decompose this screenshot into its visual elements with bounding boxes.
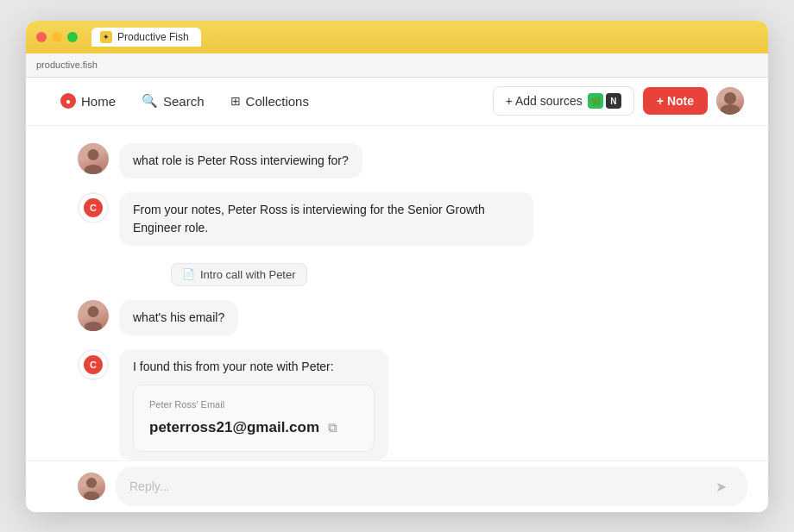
reply-bar: ➤ [26,460,768,512]
close-button[interactable] [36,32,47,42]
user-avatar-msg-1 [78,143,109,174]
assistant-message-2: I found this from your note with Peter: … [119,349,388,460]
window-tab-label: Productive Fish [117,31,189,43]
email-card: Peter Ross' Email peterross21@gmail.com … [133,385,375,452]
add-sources-label: + Add sources [506,94,583,108]
message-row-2: C From your notes, Peter Ross is intervi… [78,192,716,246]
user-avatar[interactable] [716,87,744,115]
note-button[interactable]: + Note [643,87,708,115]
source-icons: 🌿 N [588,93,621,109]
notion-icon: N [606,93,621,109]
minimize-button[interactable] [52,32,62,42]
assistant-avatar-2: C [78,349,109,380]
document-icon: 📄 [182,268,195,280]
search-icon: 🔍 [142,93,158,109]
home-icon: ● [60,93,76,109]
avatar-face [716,87,744,115]
assistant-avatar-1: C [78,192,109,223]
message-row-5: C I found this from your note with Peter… [78,349,716,460]
maximize-button[interactable] [67,32,78,42]
reply-avatar [78,473,105,500]
user-message-1: what role is Peter Ross interviewing for… [119,143,362,178]
email-value: peterross21@gmail.com [149,416,319,439]
url-display: productive.fish [36,59,98,70]
nav-collections[interactable]: ⊞ Collections [220,88,319,115]
source-tag-1[interactable]: 📄 Intro call with Peter [171,263,307,286]
app-window: ✦ Productive Fish productive.fish ● Home… [26,21,768,512]
email-card-label: Peter Ross' Email [149,397,358,412]
source-tag-label: Intro call with Peter [200,268,296,281]
reply-input-wrapper: ➤ [116,466,747,506]
reply-input[interactable] [129,479,701,493]
collections-label: Collections [246,94,309,109]
nav-right: + Add sources 🌿 N + Note [493,86,744,116]
user-avatar-msg-2 [78,300,109,331]
chat-area: what role is Peter Ross interviewing for… [26,126,768,460]
message-row-1: what role is Peter Ross interviewing for… [78,143,716,178]
app-icon: ✦ [100,31,112,43]
copy-icon[interactable]: ⧉ [328,418,337,438]
nav-bar: ● Home 🔍 Search ⊞ Collections + Add sour… [26,78,768,126]
note-label: + Note [657,94,694,108]
message-row-4: what's his email? [78,300,716,335]
add-sources-button[interactable]: + Add sources 🌿 N [493,86,634,116]
assistant-logo-1: C [84,198,103,217]
nav-left: ● Home 🔍 Search ⊞ Collections [50,87,489,115]
search-label: Search [163,94,205,109]
address-bar: productive.fish [26,53,768,78]
title-bar: ✦ Productive Fish [26,21,768,53]
evernote-icon: 🌿 [588,93,603,109]
email-value-row: peterross21@gmail.com ⧉ [149,416,358,439]
nav-search[interactable]: 🔍 Search [131,87,215,115]
window-tab[interactable]: ✦ Productive Fish [91,28,201,47]
collections-icon: ⊞ [230,94,241,108]
source-tag-wrapper: 📄 Intro call with Peter [78,260,716,286]
assistant-logo-2: C [84,355,103,374]
home-label: Home [81,94,116,109]
send-button[interactable]: ➤ [708,473,734,499]
user-message-2: what's his email? [119,300,238,335]
assistant-message-1: From your notes, Peter Ross is interview… [119,192,533,246]
traffic-lights [36,32,78,42]
nav-home[interactable]: ● Home [50,87,126,115]
